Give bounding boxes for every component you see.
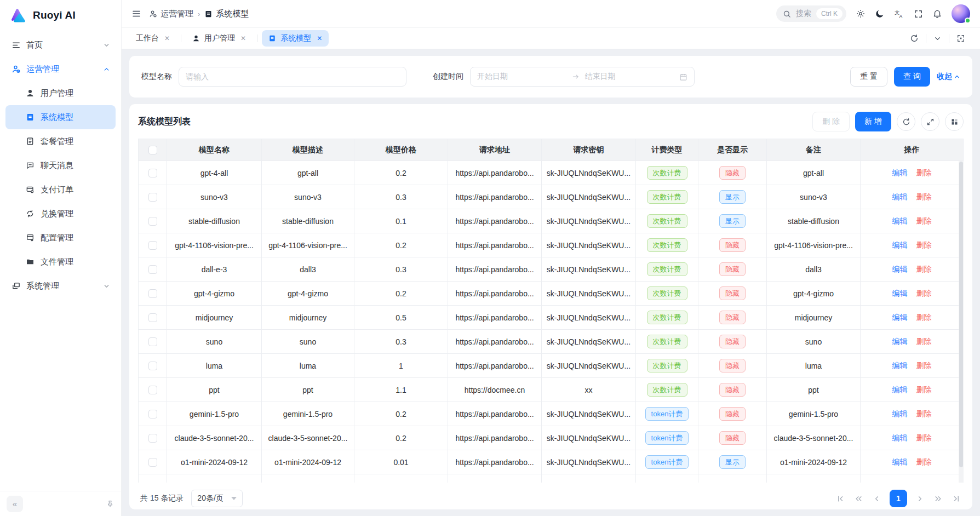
edit-link[interactable]: 编辑 <box>892 385 908 394</box>
global-search[interactable]: 搜索 Ctrl K <box>776 5 846 22</box>
edit-link[interactable]: 编辑 <box>892 192 908 201</box>
sidebar-item-chat[interactable]: 聊天消息 <box>5 153 116 177</box>
edit-link[interactable]: 编辑 <box>892 361 908 370</box>
content-fullscreen-icon[interactable] <box>949 34 972 43</box>
sidebar-item-system[interactable]: 系统管理 <box>5 274 116 298</box>
add-button[interactable]: 新 增 <box>855 112 891 131</box>
remark-cell: gpt-4-gizmo <box>767 282 861 306</box>
row-checkbox[interactable] <box>148 362 157 370</box>
reset-button[interactable]: 重 置 <box>850 67 887 87</box>
settings-gear-icon[interactable] <box>856 9 866 19</box>
last-page-button[interactable] <box>951 494 961 504</box>
edit-link[interactable]: 编辑 <box>892 168 908 177</box>
edit-link[interactable]: 编辑 <box>892 265 908 273</box>
select-all-checkbox[interactable] <box>148 146 157 154</box>
language-translate-icon[interactable]: 文A <box>894 9 904 19</box>
sidebar-item-user[interactable]: 用户管理 <box>5 81 116 105</box>
edit-link[interactable]: 编辑 <box>892 457 908 466</box>
back-5-pages-button[interactable] <box>853 494 864 504</box>
sidebar-item-package-doc[interactable]: 套餐管理 <box>5 129 116 153</box>
delete-link[interactable]: 删除 <box>916 168 932 177</box>
hamburger-menu-icon[interactable] <box>131 9 141 19</box>
fullscreen-icon[interactable] <box>914 9 923 19</box>
sidebar-collapse-button[interactable]: « <box>7 496 23 512</box>
delete-link[interactable]: 删除 <box>916 457 932 466</box>
remark-cell: stable-diffusion <box>767 209 861 233</box>
brand[interactable]: Ruoyi AI <box>0 0 121 31</box>
delete-link[interactable]: 删除 <box>916 216 932 225</box>
delete-link[interactable]: 删除 <box>916 433 932 442</box>
edit-link[interactable]: 编辑 <box>892 337 908 346</box>
table-row: luma luma 1 https://api.pandarobo... sk-… <box>139 354 964 378</box>
edit-link[interactable]: 编辑 <box>892 313 908 322</box>
row-checkbox[interactable] <box>148 193 157 202</box>
notifications-bell-icon[interactable] <box>932 9 942 19</box>
row-checkbox[interactable] <box>148 410 157 418</box>
delete-link[interactable]: 删除 <box>916 289 932 297</box>
chevron-down-icon[interactable] <box>926 35 949 43</box>
scrollbar-thumb[interactable] <box>959 162 963 467</box>
tab-user-management[interactable]: 用户管理 ✕ <box>186 30 253 47</box>
sidebar-item-config[interactable]: 配置管理 <box>5 226 116 250</box>
previous-page-button[interactable] <box>872 494 882 504</box>
query-button[interactable]: 查 询 <box>894 67 930 87</box>
breadcrumb-separator: › <box>198 10 200 18</box>
sidebar-item-operations[interactable]: 运营管理 <box>5 57 116 81</box>
table-expand-icon[interactable] <box>921 112 939 131</box>
delete-link[interactable]: 删除 <box>916 361 932 370</box>
row-checkbox[interactable] <box>148 434 157 443</box>
delete-link[interactable]: 删除 <box>916 192 932 201</box>
dark-mode-moon-icon[interactable] <box>875 9 885 19</box>
forward-5-pages-button[interactable] <box>933 494 943 504</box>
edit-link[interactable]: 编辑 <box>892 240 908 249</box>
delete-link[interactable]: 删除 <box>916 240 932 249</box>
row-checkbox[interactable] <box>148 217 157 226</box>
page-size-select[interactable]: 20条/页 <box>191 490 243 507</box>
row-checkbox[interactable] <box>148 337 157 346</box>
table-row: midjourney midjourney 0.5 https://api.pa… <box>139 306 964 330</box>
edit-link[interactable]: 编辑 <box>892 409 908 418</box>
date-range-picker[interactable]: 开始日期 结束日期 <box>470 67 695 87</box>
model-name-input[interactable] <box>179 67 406 87</box>
edit-link[interactable]: 编辑 <box>892 216 908 225</box>
refresh-icon[interactable] <box>903 34 926 43</box>
delete-link[interactable]: 删除 <box>916 409 932 418</box>
sidebar-item-home[interactable]: 首页 <box>5 33 116 57</box>
billing-type-cell: 次数计费 <box>636 330 698 354</box>
collapse-filter-link[interactable]: 收起 <box>937 72 960 82</box>
delete-link[interactable]: 删除 <box>916 265 932 273</box>
sidebar-item-payment[interactable]: 支付订单 <box>5 177 116 202</box>
user-avatar[interactable] <box>952 4 970 23</box>
model-price-cell: 0.3 <box>354 185 448 209</box>
pin-icon[interactable] <box>106 500 114 508</box>
row-checkbox[interactable] <box>148 289 157 298</box>
delete-link[interactable]: 删除 <box>916 385 932 394</box>
close-icon[interactable]: ✕ <box>240 35 246 42</box>
row-checkbox[interactable] <box>148 313 157 322</box>
row-checkbox[interactable] <box>148 386 157 394</box>
edit-link[interactable]: 编辑 <box>892 433 908 442</box>
tab-workbench[interactable]: 工作台 ✕ <box>129 30 176 47</box>
column-settings-icon[interactable] <box>945 112 964 131</box>
row-checkbox[interactable] <box>148 169 157 177</box>
row-checkbox[interactable] <box>148 265 157 274</box>
close-icon[interactable]: ✕ <box>317 35 322 42</box>
sidebar-item-list-doc[interactable]: 系统模型 <box>5 105 116 129</box>
breadcrumb-system-model[interactable]: 系统模型 <box>204 9 249 19</box>
sidebar-item-folder[interactable]: 文件管理 <box>5 250 116 274</box>
delete-button[interactable]: 删 除 <box>812 112 850 131</box>
breadcrumb-operations[interactable]: 运营管理 <box>149 9 193 19</box>
edit-link[interactable]: 编辑 <box>892 289 908 297</box>
close-icon[interactable]: ✕ <box>164 35 170 42</box>
row-checkbox[interactable] <box>148 241 157 250</box>
row-checkbox[interactable] <box>148 458 157 467</box>
sidebar-item-exchange[interactable]: 兑换管理 <box>5 202 116 226</box>
current-page-button[interactable]: 1 <box>890 490 907 507</box>
next-page-button[interactable] <box>915 494 925 504</box>
delete-link[interactable]: 删除 <box>916 337 932 346</box>
delete-link[interactable]: 删除 <box>916 313 932 322</box>
svg-text:A: A <box>899 13 903 19</box>
tab-system-model[interactable]: 系统模型 ✕ <box>262 30 329 47</box>
table-refresh-icon[interactable] <box>897 112 915 131</box>
first-page-button[interactable] <box>835 494 846 504</box>
